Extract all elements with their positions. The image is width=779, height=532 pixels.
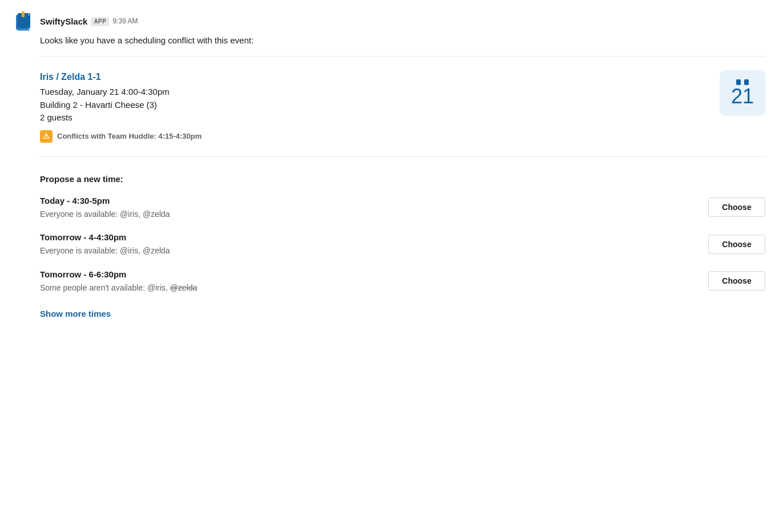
time-option-1-time: Today - 4:30-5pm [40, 195, 697, 207]
propose-title: Propose a new time: [40, 173, 765, 186]
calendar-icon: 21 [720, 70, 765, 116]
choose-button-3[interactable]: Choose [708, 271, 765, 291]
time-option-2: Tomorrow - 4-4:30pm Everyone is availabl… [40, 231, 765, 257]
time-option-1: Today - 4:30-5pm Everyone is available: … [40, 195, 765, 220]
calendar-day: 21 [731, 86, 754, 107]
propose-section: Propose a new time: Today - 4:30-5pm Eve… [40, 164, 765, 320]
warning-symbol: ⚠ [43, 132, 50, 140]
event-location: Building 2 - Havarti Cheese (3) [40, 99, 708, 112]
app-badge: APP [91, 17, 109, 27]
time-option-1-info: Today - 4:30-5pm Everyone is available: … [40, 195, 697, 220]
event-guests: 2 guests [40, 111, 708, 124]
event-title: Iris / Zelda 1-1 [40, 70, 708, 83]
message-container: SwiftySlack APP 9:39 AM Looks like you h… [14, 11, 765, 320]
time-option-3-info: Tomorrow - 6-6:30pm Some people aren't a… [40, 268, 697, 294]
event-info: Iris / Zelda 1-1 Tuesday, January 21 4:0… [40, 70, 708, 143]
choose-button-1[interactable]: Choose [708, 198, 765, 217]
app-icon [14, 11, 34, 32]
time-option-1-avail: Everyone is available: @iris, @zelda [40, 208, 697, 220]
intro-text: Looks like you have a scheduling conflic… [40, 34, 765, 47]
time-option-2-time: Tomorrow - 4-4:30pm [40, 231, 697, 244]
time-option-3: Tomorrow - 6-6:30pm Some people aren't a… [40, 268, 765, 294]
show-more-link[interactable]: Show more times [40, 308, 111, 320]
message-header: SwiftySlack APP 9:39 AM [14, 11, 765, 32]
event-card: Iris / Zelda 1-1 Tuesday, January 21 4:0… [40, 63, 765, 150]
avail-prefix: Some people aren't available: @iris, [40, 283, 170, 292]
conflict-badge: ⚠ Conflicts with Team Huddle: 4:15-4:30p… [40, 130, 708, 143]
event-date: Tuesday, January 21 4:00-4:30pm [40, 86, 708, 99]
message-timestamp: 9:39 AM [112, 17, 138, 27]
time-option-2-info: Tomorrow - 4-4:30pm Everyone is availabl… [40, 231, 697, 257]
time-option-3-time: Tomorrow - 6-6:30pm [40, 268, 697, 281]
avail-strikethrough: @zelda [170, 283, 197, 292]
app-name: SwiftySlack [40, 15, 87, 28]
time-option-3-avail: Some people aren't available: @iris, @ze… [40, 282, 697, 294]
conflict-text: Conflicts with Team Huddle: 4:15-4:30pm [57, 131, 201, 142]
message-body: Looks like you have a scheduling conflic… [14, 34, 765, 320]
top-divider [40, 56, 765, 57]
choose-button-2[interactable]: Choose [708, 235, 765, 254]
time-option-2-avail: Everyone is available: @iris, @zelda [40, 245, 697, 257]
header-text: SwiftySlack APP 9:39 AM [40, 15, 138, 28]
warning-icon: ⚠ [40, 130, 53, 143]
middle-divider [40, 156, 765, 157]
